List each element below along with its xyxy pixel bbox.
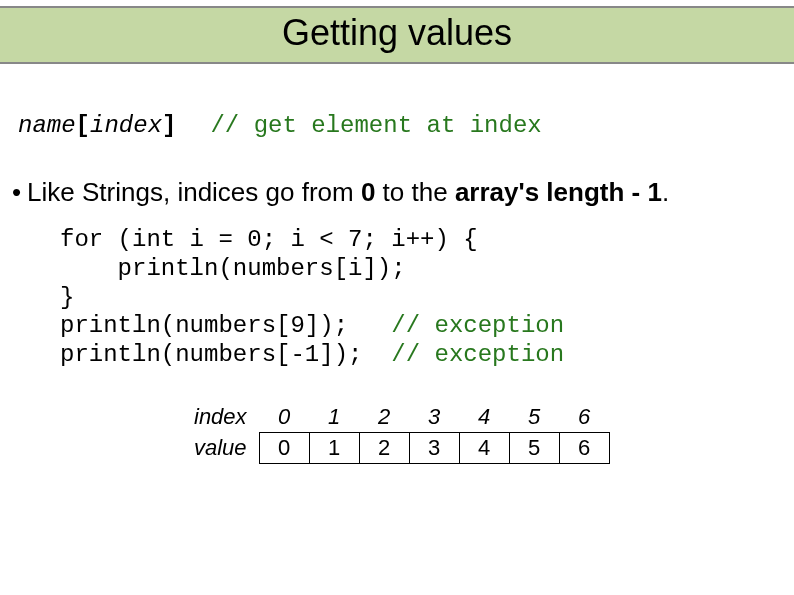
- syntax-index: index: [90, 112, 162, 139]
- table-row-index: index 0 1 2 3 4 5 6: [186, 402, 609, 433]
- table-row-value: value 0 1 2 3 4 5 6: [186, 432, 609, 463]
- code-line-4a: println(numbers[9]);: [60, 312, 391, 339]
- value-cell: 0: [259, 432, 309, 463]
- index-cell: 3: [409, 402, 459, 433]
- bullet-bold-tail: array's length - 1: [455, 177, 662, 207]
- title-banner: Getting values: [0, 6, 794, 64]
- code-line-2: println(numbers[i]);: [60, 255, 406, 282]
- code-line-5-comment: // exception: [391, 341, 564, 368]
- code-line-3: }: [60, 284, 74, 311]
- index-cell: 2: [359, 402, 409, 433]
- index-cell: 0: [259, 402, 309, 433]
- syntax-open-bracket: [: [76, 112, 90, 139]
- index-cell: 5: [509, 402, 559, 433]
- row-label-value: value: [186, 432, 259, 463]
- value-cell: 5: [509, 432, 559, 463]
- index-cell: 1: [309, 402, 359, 433]
- value-cell: 2: [359, 432, 409, 463]
- code-line-1: for (int i = 0; i < 7; i++) {: [60, 226, 478, 253]
- array-table: index 0 1 2 3 4 5 6 value 0 1 2 3 4 5 6: [186, 402, 610, 464]
- syntax-comment: // get element at index: [176, 112, 541, 139]
- array-table-wrap: index 0 1 2 3 4 5 6 value 0 1 2 3 4 5 6: [186, 402, 794, 464]
- index-cell: 4: [459, 402, 509, 433]
- bullet-marker: •: [12, 177, 27, 207]
- code-line-5a: println(numbers[-1]);: [60, 341, 391, 368]
- page-title: Getting values: [0, 12, 794, 54]
- value-cell: 1: [309, 432, 359, 463]
- value-cell: 6: [559, 432, 609, 463]
- bullet-line: •Like Strings, indices go from 0 to the …: [12, 177, 794, 208]
- bullet-text-before: Like Strings, indices go from: [27, 177, 361, 207]
- syntax-close-bracket: ]: [162, 112, 176, 139]
- syntax-line: name[index]// get element at index: [18, 112, 794, 139]
- value-cell: 3: [409, 432, 459, 463]
- syntax-name: name: [18, 112, 76, 139]
- bullet-zero: 0: [361, 177, 375, 207]
- code-block: for (int i = 0; i < 7; i++) { println(nu…: [60, 226, 794, 370]
- bullet-text-after: .: [662, 177, 669, 207]
- index-cell: 6: [559, 402, 609, 433]
- code-line-4-comment: // exception: [391, 312, 564, 339]
- bullet-text-mid: to the: [375, 177, 455, 207]
- row-label-index: index: [186, 402, 259, 433]
- value-cell: 4: [459, 432, 509, 463]
